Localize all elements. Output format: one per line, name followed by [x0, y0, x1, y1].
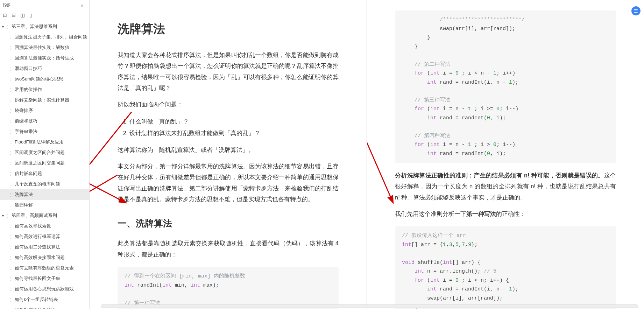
- sidebar-item[interactable]: ▯递归详解: [0, 200, 89, 210]
- bookmark-icon: ▯: [8, 66, 13, 71]
- sidebar-item[interactable]: ▯如何运用二分查找算法: [0, 242, 89, 252]
- para: 分析洗牌算法正确性的准则：产生的结果必须有 n! 种可能，否则就是错误的。这个很…: [395, 170, 616, 203]
- bookmark-icon: ▯: [5, 24, 9, 29]
- para: 所以我们面临两个问题：: [118, 99, 339, 110]
- section-heading: 一、洗牌算法: [118, 217, 339, 230]
- code-block-1: // 得到一个在闭区间 [min, max] 内的随机整数 int randIn…: [118, 267, 339, 309]
- sidebar-item[interactable]: ▯洗牌算法: [0, 189, 89, 200]
- code-block-analysis: // 假设传入这样一个 arr int[] arr = {1,3,5,7,9};…: [395, 226, 616, 309]
- sidebar-item[interactable]: ▯twoSum问题的核心思想: [0, 74, 89, 84]
- sidebar-item[interactable]: ▯如何高效进行模幂运算: [0, 231, 89, 242]
- sidebar-item[interactable]: ▯滑动窗口技巧: [0, 63, 89, 74]
- chapter-label: 第三章、算法思维系列: [12, 23, 57, 30]
- sidebar-item-label: 拆解复杂问题：实现计算器: [15, 97, 69, 103]
- sidebar-item[interactable]: ▯信封嵌套问题: [0, 168, 89, 179]
- page-left: 洗牌算法 我知道大家会各种花式排序算法，但是如果叫你打乱一个数组，你是否能做到胸…: [90, 0, 367, 309]
- sidebar-item[interactable]: ▯如何高效寻找素数: [0, 221, 89, 231]
- sidebar-item-label: 回溯算法最佳实践：解数独: [15, 44, 69, 51]
- bookmark-icon: ▯: [8, 245, 13, 250]
- sidebar-item[interactable]: ▯区间调度之区间合并问题: [0, 147, 89, 158]
- bookmark-icon: ▯: [8, 108, 13, 113]
- bookmark-icon: ▯: [8, 224, 13, 229]
- reader-area: 洗牌算法 我知道大家会各种花式排序算法，但是如果叫你打乱一个数组，你是否能做到胸…: [90, 0, 644, 309]
- bookmark-icon: ▯: [8, 171, 13, 176]
- sidebar-item-label: 回溯算法团灭子集、排列、组合问题: [14, 34, 87, 40]
- list-item: 什么叫做「真的乱」？: [129, 116, 339, 127]
- para: 此类算法都是靠随机选取元素交换来获取随机性，直接看代码（伪码），该算法有 4 种…: [118, 238, 339, 260]
- sidebar-item-label: 如何k个一组反转链表: [15, 296, 58, 303]
- bookmark-toolbar: ⊡ ⊟ ◫ ▯: [0, 10, 89, 21]
- bookmark-icon: ▯: [8, 77, 13, 82]
- page-right: /*************************/ swap(arr[i],…: [367, 0, 644, 309]
- bookmark-icon: ▯: [8, 203, 13, 208]
- bookmark-icon: ▯: [8, 56, 13, 61]
- chapter-3-header[interactable]: ▾ ▯ 第三章、算法思维系列: [0, 21, 89, 32]
- assistant-badge-icon[interactable]: ☰: [631, 6, 641, 15]
- close-icon[interactable]: ×: [79, 2, 85, 8]
- bookmark-outline-icon[interactable]: ◫: [20, 12, 25, 18]
- sidebar-item-label: 常用的位操作: [15, 86, 42, 93]
- sidebar-item-label: twoSum问题的核心思想: [15, 76, 63, 82]
- sidebar-item[interactable]: ▯FloodFill算法详解及应用: [0, 137, 89, 147]
- bookmark-icon: ▯: [8, 129, 13, 134]
- bookmark-icon: ▯: [8, 161, 13, 166]
- sidebar-item-label: 字符串乘法: [15, 128, 37, 135]
- para: 我们先用这个准则分析一下第一种写法的正确性：: [395, 209, 616, 219]
- svg-line-3: [367, 66, 393, 203]
- para: 这种算法称为「随机乱置算法」或者「洗牌算法」。: [118, 145, 339, 155]
- svg-line-1: [90, 175, 118, 205]
- sidebar-item-label: 如何高效寻找素数: [15, 223, 51, 229]
- bookmark-icon: ▯: [8, 287, 13, 292]
- sidebar-item[interactable]: ▯字符串乘法: [0, 126, 89, 137]
- bookmark-icon: ▯: [8, 35, 12, 40]
- sidebar-item[interactable]: ▯如何寻找最长回文子串: [0, 273, 89, 284]
- sidebar-item[interactable]: ▯烧饼排序: [0, 105, 89, 116]
- bookmark-icon: ▯: [8, 276, 13, 281]
- collapse-icon[interactable]: ⊡: [3, 12, 7, 18]
- sidebar-item-label: 区间调度之区间交集问题: [15, 160, 65, 166]
- sidebar-item[interactable]: ▯如何高效解决接雨水问题: [0, 252, 89, 263]
- sidebar-item[interactable]: ▯区间调度之区间交集问题: [0, 158, 89, 168]
- code-block-top: /*************************/ swap(arr[i],…: [395, 10, 616, 163]
- sidebar-item[interactable]: ▯常用的位操作: [0, 84, 89, 95]
- sidebar-item[interactable]: ▯如你判定括号合法性: [0, 305, 89, 309]
- sidebar-item[interactable]: ▯回溯算法最佳实践：括号生成: [0, 53, 89, 63]
- bookmark-icon: ▯: [8, 98, 13, 103]
- sidebar-item-label: 如何运用二分查找算法: [15, 244, 60, 250]
- horizontal-scrollbar[interactable]: [90, 304, 642, 308]
- sidebar-item-label: 滑动窗口技巧: [15, 65, 42, 72]
- bookmark-icon: ▯: [8, 45, 13, 50]
- sidebar-item-label: 如何运用贪心思想玩跳跃游戏: [15, 286, 74, 292]
- bookmark-icon: ▯: [8, 192, 13, 197]
- sidebar-item[interactable]: ▯如何k个一组反转链表: [0, 294, 89, 305]
- bookmark-icon: ▯: [5, 213, 9, 218]
- sidebar-item[interactable]: ▯前缀和技巧: [0, 116, 89, 126]
- sidebar-item-label: 如何高效进行模幂运算: [15, 233, 60, 240]
- sidebar-title: 书签: [1, 2, 10, 8]
- bookmark-icon: ▯: [8, 297, 13, 302]
- chapter-4-header[interactable]: ▾ ▯ 第四章、高频面试系列: [0, 210, 89, 221]
- bookmark-icon: ▯: [8, 87, 13, 92]
- sidebar-item[interactable]: ▯如何去除有序数组的重复元素: [0, 263, 89, 273]
- sidebar-item[interactable]: ▯回溯算法最佳实践：解数独: [0, 42, 89, 53]
- para: 我知道大家会各种花式排序算法，但是如果叫你打乱一个数组，你是否能做到胸有成竹？即…: [118, 50, 339, 93]
- sidebar-item-label: 如你判定括号合法性: [15, 307, 56, 309]
- bookmark-tree[interactable]: ▾ ▯ 第三章、算法思维系列 ▯回溯算法团灭子集、排列、组合问题▯回溯算法最佳实…: [0, 21, 89, 309]
- sidebar-item-label: 前缀和技巧: [15, 118, 37, 124]
- list-item: 设计怎样的算法来打乱数组才能做到「真的乱」？: [129, 127, 339, 139]
- bookmark-ribbon-icon[interactable]: ▯: [29, 12, 32, 18]
- sidebar-item[interactable]: ▯如何运用贪心思想玩跳跃游戏: [0, 284, 89, 294]
- bookmark-icon: ▯: [8, 182, 13, 187]
- bookmark-icon: ▯: [8, 119, 13, 124]
- sidebar-item-label: 几个反直觉的概率问题: [15, 181, 60, 187]
- chapter-label: 第四章、高频面试系列: [12, 212, 57, 219]
- sidebar-item-label: 如何寻找最长回文子串: [15, 275, 60, 282]
- bookmark-icon: ▯: [8, 150, 13, 155]
- sidebar-item[interactable]: ▯几个反直觉的概率问题: [0, 179, 89, 189]
- sidebar-item-label: 回溯算法最佳实践：括号生成: [15, 55, 74, 61]
- sidebar-item[interactable]: ▯拆解复杂问题：实现计算器: [0, 95, 89, 105]
- sidebar-item-label: 如何去除有序数组的重复元素: [15, 265, 74, 271]
- para: 本文分两部分，第一部分详解最常用的洗牌算法。因为该算法的细节容易出错，且存在好几…: [118, 161, 339, 205]
- sidebar-item[interactable]: ▯回溯算法团灭子集、排列、组合问题: [0, 32, 89, 42]
- collapse-out-icon[interactable]: ⊟: [12, 12, 16, 18]
